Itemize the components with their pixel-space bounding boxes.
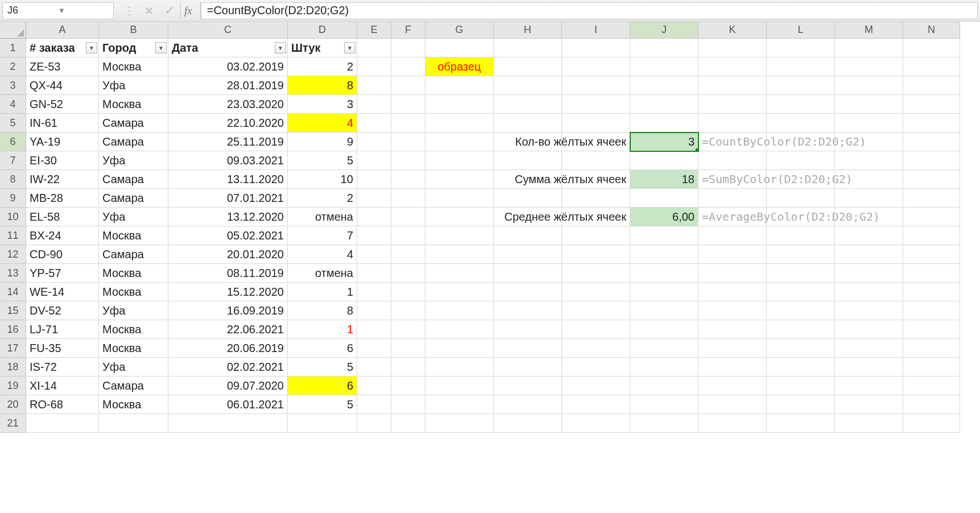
cell[interactable] — [425, 189, 494, 208]
cell[interactable] — [391, 283, 425, 301]
cell[interactable] — [767, 395, 835, 414]
row-header[interactable]: 20 — [0, 395, 26, 414]
cell[interactable] — [494, 245, 562, 264]
cell-qty[interactable]: 10 — [288, 170, 357, 189]
cell[interactable] — [903, 414, 960, 433]
cell[interactable] — [357, 39, 391, 57]
filter-dropdown-icon[interactable]: ▼ — [344, 42, 355, 53]
cell[interactable] — [357, 57, 391, 76]
cell[interactable] — [562, 189, 630, 208]
cell-city[interactable]: Москва — [99, 339, 168, 358]
cell-city[interactable]: Самара — [99, 133, 168, 151]
cell[interactable] — [494, 39, 562, 57]
cell[interactable] — [767, 264, 835, 283]
cell[interactable] — [425, 114, 494, 133]
row-header[interactable]: 17 — [0, 339, 26, 358]
cell-order-id[interactable]: ZE-53 — [26, 57, 99, 76]
cell-date[interactable]: 09.07.2020 — [168, 377, 288, 395]
cell-qty[interactable]: 2 — [288, 57, 357, 76]
cell[interactable] — [835, 170, 903, 189]
cell[interactable] — [391, 39, 425, 57]
cell-date[interactable]: 08.11.2019 — [168, 264, 288, 283]
cell[interactable] — [835, 57, 903, 76]
cell[interactable] — [357, 208, 391, 226]
column-header[interactable]: A — [26, 22, 99, 39]
cell[interactable] — [562, 76, 630, 95]
cell-order-id[interactable]: LJ-71 — [26, 320, 99, 339]
row-header[interactable]: 2 — [0, 57, 26, 76]
cell[interactable] — [562, 95, 630, 114]
cell[interactable] — [562, 226, 630, 245]
cell[interactable] — [835, 208, 903, 226]
cell-date[interactable]: 09.03.2021 — [168, 151, 288, 170]
summary-formula[interactable]: =AverageByColor(D2:D20;G2) — [698, 208, 767, 226]
cell-city[interactable]: Москва — [99, 226, 168, 245]
cell[interactable] — [698, 339, 767, 358]
cell[interactable] — [357, 133, 391, 151]
cell[interactable] — [767, 170, 835, 189]
cell[interactable] — [288, 414, 357, 433]
cell[interactable] — [425, 283, 494, 301]
cell-order-id[interactable]: YP-57 — [26, 264, 99, 283]
cell[interactable] — [391, 57, 425, 76]
cell-city[interactable]: Москва — [99, 57, 168, 76]
name-box[interactable]: J6 ▼ — [2, 2, 114, 19]
cell-city[interactable]: Самара — [99, 245, 168, 264]
cell-date[interactable]: 20.01.2020 — [168, 245, 288, 264]
cell[interactable] — [630, 114, 698, 133]
cell[interactable] — [903, 301, 960, 320]
cell[interactable] — [357, 395, 391, 414]
cell-qty[interactable]: 5 — [288, 358, 357, 377]
cell[interactable] — [391, 377, 425, 395]
cell[interactable] — [835, 95, 903, 114]
cell[interactable] — [835, 226, 903, 245]
cell[interactable] — [698, 114, 767, 133]
cell[interactable] — [835, 151, 903, 170]
cell-qty[interactable]: 3 — [288, 95, 357, 114]
cell[interactable] — [562, 339, 630, 358]
cell-date[interactable]: 13.12.2020 — [168, 208, 288, 226]
cell[interactable] — [357, 283, 391, 301]
cell-qty[interactable]: 1 — [288, 320, 357, 339]
cell[interactable] — [698, 76, 767, 95]
row-header[interactable]: 8 — [0, 170, 26, 189]
cell[interactable] — [391, 245, 425, 264]
cell-date[interactable]: 05.02.2021 — [168, 226, 288, 245]
cell[interactable] — [425, 245, 494, 264]
cell[interactable] — [562, 358, 630, 377]
cell[interactable] — [494, 377, 562, 395]
cell-qty[interactable]: 9 — [288, 133, 357, 151]
cell[interactable] — [391, 114, 425, 133]
cell-order-id[interactable]: QX-44 — [26, 76, 99, 95]
cell[interactable] — [903, 57, 960, 76]
cell-order-id[interactable]: RO-68 — [26, 395, 99, 414]
cell[interactable] — [698, 264, 767, 283]
cell[interactable] — [630, 283, 698, 301]
cell[interactable] — [767, 39, 835, 57]
cell[interactable] — [630, 245, 698, 264]
column-header[interactable]: G — [425, 22, 494, 39]
cell[interactable] — [494, 339, 562, 358]
cell[interactable] — [357, 114, 391, 133]
sample-cell[interactable]: образец — [425, 57, 494, 76]
cell[interactable] — [630, 339, 698, 358]
cell[interactable] — [494, 226, 562, 245]
cell[interactable] — [425, 301, 494, 320]
cell[interactable] — [357, 151, 391, 170]
cell[interactable] — [425, 339, 494, 358]
column-header[interactable]: H — [494, 22, 562, 39]
cell[interactable] — [630, 377, 698, 395]
cell[interactable] — [767, 208, 835, 226]
cell[interactable] — [425, 377, 494, 395]
cell-city[interactable]: Москва — [99, 395, 168, 414]
cell[interactable] — [562, 39, 630, 57]
column-header[interactable]: B — [99, 22, 168, 39]
cell[interactable] — [767, 76, 835, 95]
cell[interactable] — [562, 114, 630, 133]
cell-city[interactable]: Уфа — [99, 151, 168, 170]
cell[interactable] — [903, 189, 960, 208]
cell[interactable] — [26, 414, 99, 433]
row-header[interactable]: 16 — [0, 320, 26, 339]
cell-qty[interactable]: 6 — [288, 339, 357, 358]
cell[interactable] — [698, 320, 767, 339]
